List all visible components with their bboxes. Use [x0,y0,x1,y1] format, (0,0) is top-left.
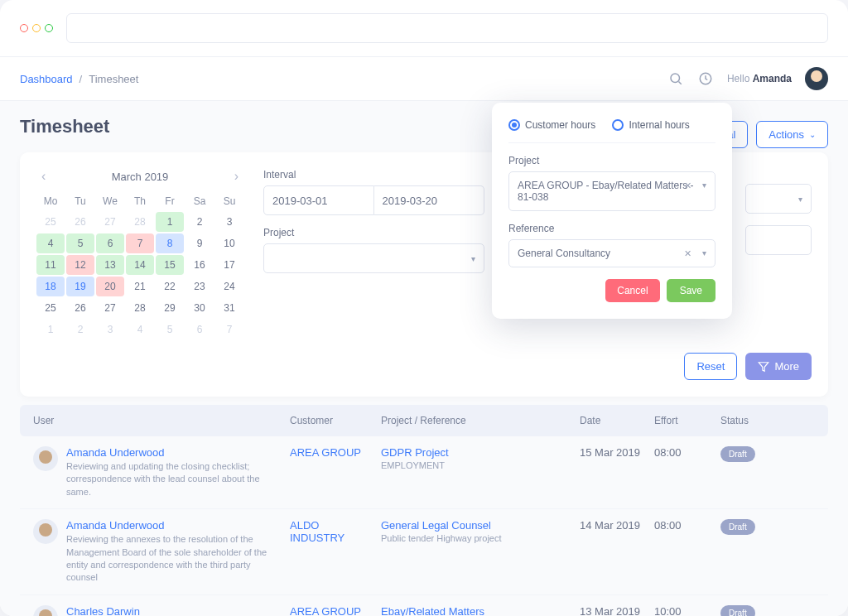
row-user-name[interactable]: Charles Darwin [66,605,188,616]
cal-day[interactable]: 1 [36,320,65,339]
pop-reference-select[interactable]: General Consultancy✕ [508,239,716,267]
cal-day[interactable]: 3 [215,212,243,232]
maximize-dot[interactable] [45,24,53,32]
cal-day[interactable]: 8 [156,233,184,253]
row-status-cell: Draft [720,446,778,462]
cal-day[interactable]: 22 [156,277,184,296]
breadcrumb-root[interactable]: Dashboard [20,73,73,85]
cal-day[interactable]: 30 [186,298,214,318]
row-project[interactable]: General Legal Counsel [381,519,571,532]
row-avatar [33,519,58,544]
cal-day[interactable]: 14 [126,255,154,275]
cal-day[interactable]: 24 [215,277,243,296]
cal-next[interactable]: › [229,169,243,184]
row-reference: EMPLOYMENT [381,460,571,470]
minimize-dot[interactable] [32,24,41,32]
cal-day[interactable]: 21 [126,277,154,296]
actions-dropdown[interactable]: Actions ⌄ [756,121,828,148]
cal-day[interactable]: 26 [66,212,94,232]
row-project[interactable]: Ebay/Related Matters [381,605,571,616]
pop-project-value: AREA GROUP - Ebay/Related Matters - 81-0… [518,180,694,203]
radio-customer-hours[interactable]: Customer hours [508,119,595,131]
cal-day[interactable]: 10 [215,233,243,253]
greeting: Hello Amanda [727,73,792,84]
cal-day[interactable]: 20 [96,277,124,296]
row-user-name[interactable]: Amanda Underwood [66,519,282,532]
cal-day[interactable]: 27 [96,298,124,318]
cal-day[interactable]: 2 [186,212,214,232]
cal-day[interactable]: 26 [66,298,94,318]
cal-day[interactable]: 4 [126,320,154,339]
interval-from-input[interactable]: 2019-03-01 [263,185,374,215]
cal-day[interactable]: 7 [126,233,154,253]
cal-day[interactable]: 5 [66,233,94,253]
page-title: Timesheet [20,116,109,137]
hours-popover: Customer hours Internal hours Project AR… [492,103,732,319]
cal-day[interactable]: 18 [36,277,65,296]
cal-day[interactable]: 13 [96,255,124,275]
cal-day[interactable]: 19 [66,277,94,296]
cal-day[interactable]: 11 [36,255,65,275]
reset-button[interactable]: Reset [684,353,737,380]
cal-day[interactable]: 29 [156,298,184,318]
cal-day[interactable]: 4 [36,233,65,253]
clear-icon[interactable]: ✕ [684,180,691,191]
cal-day[interactable]: 17 [215,255,243,275]
clock-icon[interactable] [697,70,714,87]
cal-day[interactable]: 3 [96,320,124,339]
row-status-cell: Draft [720,605,778,616]
row-customer[interactable]: AREA GROUP [290,446,373,459]
cal-day[interactable]: 25 [36,212,65,232]
interval-to-input[interactable]: 2019-03-20 [374,185,485,215]
cal-day[interactable]: 9 [186,233,214,253]
table-row[interactable]: Amanda UnderwoodReviewing and updating t… [20,436,828,509]
row-project[interactable]: GDPR Project [381,446,571,459]
table-row[interactable]: Charles DarwinFollow-up internal discuss… [20,595,828,616]
clear-icon[interactable]: ✕ [684,248,691,259]
breadcrumb-current: Timesheet [89,73,138,85]
global-search-input[interactable] [66,13,828,43]
cancel-button[interactable]: Cancel [605,279,659,302]
interval-label: Interval [263,169,484,180]
radio-customer-label: Customer hours [525,119,595,131]
timesheet-table: User Customer Project / Reference Date E… [20,405,828,616]
pop-reference-value: General Consultancy [518,248,610,259]
project-filter-select[interactable] [263,243,484,273]
cal-day[interactable]: 2 [66,320,94,339]
cal-day[interactable]: 25 [36,298,65,318]
greeting-prefix: Hello [727,73,749,84]
cal-day[interactable]: 15 [156,255,184,275]
cal-day[interactable]: 27 [96,212,124,232]
radio-dot-on-icon [508,119,520,131]
cal-day[interactable]: 28 [126,212,154,232]
user-cell: Amanda UnderwoodReviewing the annexes to… [33,519,282,585]
cal-day[interactable]: 28 [126,298,154,318]
user-avatar[interactable] [805,67,828,90]
row-avatar [33,605,58,616]
row-user-name[interactable]: Amanda Underwood [66,446,282,459]
cal-day[interactable]: 6 [96,233,124,253]
cal-day[interactable]: 7 [215,320,243,339]
more-button[interactable]: More [745,353,812,380]
row-project-cell: General Legal CounselPublic tender Highw… [381,519,571,543]
cal-day[interactable]: 23 [186,277,214,296]
save-button[interactable]: Save [667,279,716,302]
radio-internal-hours[interactable]: Internal hours [612,119,689,131]
extra-select-1[interactable] [745,184,812,214]
search-icon[interactable] [667,70,684,87]
cal-day[interactable]: 1 [156,212,184,232]
row-customer[interactable]: AREA GROUP [290,605,373,616]
cal-day[interactable]: 31 [215,298,243,318]
cal-day[interactable]: 12 [66,255,94,275]
extra-input-1[interactable] [745,225,812,255]
cal-day[interactable]: 6 [186,320,214,339]
pop-project-select[interactable]: AREA GROUP - Ebay/Related Matters - 81-0… [508,171,716,211]
cal-prev[interactable]: ‹ [36,169,51,184]
row-customer[interactable]: ALDO INDUSTRY [290,519,373,544]
cal-dow: Mo [36,192,65,210]
close-dot[interactable] [20,24,28,32]
cal-day[interactable]: 16 [186,255,214,275]
table-row[interactable]: Amanda UnderwoodReviewing the annexes to… [20,509,828,595]
row-status-cell: Draft [720,519,778,535]
cal-day[interactable]: 5 [156,320,184,339]
